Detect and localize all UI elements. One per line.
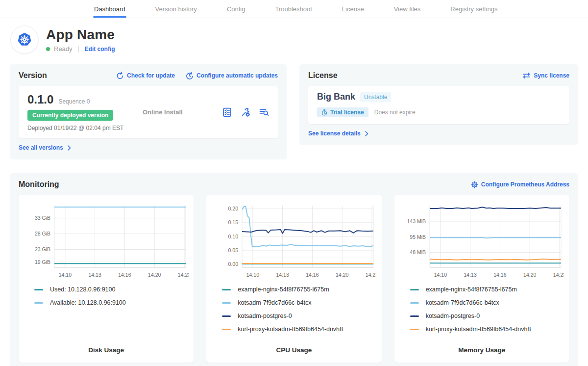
chevron-right-icon bbox=[365, 131, 369, 136]
summary-cards-row: Version Check for update Configure au bbox=[0, 59, 588, 159]
legend-item: Used: 10.128.0.96:9100 bbox=[34, 286, 189, 293]
svg-text:14:16: 14:16 bbox=[306, 272, 318, 278]
edit-config-link[interactable]: Edit config bbox=[85, 46, 115, 52]
configure-prometheus-link[interactable]: Configure Prometheus Address bbox=[471, 181, 569, 188]
memory-usage-title: Memory Usage bbox=[399, 346, 564, 356]
version-card: Version Check for update Configure au bbox=[10, 64, 287, 159]
config-wrench-icon bbox=[241, 107, 250, 117]
legend-dash-icon bbox=[222, 302, 231, 304]
legend-item: example-nginx-54f8f76755-l675m bbox=[410, 286, 564, 293]
check-for-update-link[interactable]: Check for update bbox=[116, 72, 175, 79]
tab-registry-settings[interactable]: Registry settings bbox=[449, 0, 498, 18]
svg-text:95 MiB: 95 MiB bbox=[410, 234, 426, 240]
kubernetes-logo-icon bbox=[14, 29, 35, 51]
app-header: App Name Ready Edit config bbox=[0, 18, 588, 59]
svg-text:14:23: 14:23 bbox=[178, 272, 189, 278]
legend-dash-icon bbox=[222, 329, 231, 330]
page-title: App Name bbox=[46, 27, 115, 43]
svg-text:0.00: 0.00 bbox=[228, 261, 239, 267]
svg-text:28 GiB: 28 GiB bbox=[35, 231, 50, 236]
svg-text:143 MiB: 143 MiB bbox=[407, 218, 426, 224]
see-license-details-link[interactable]: See license details bbox=[308, 130, 369, 137]
clock-refresh-icon bbox=[186, 72, 194, 79]
sync-license-link[interactable]: Sync license bbox=[522, 72, 569, 79]
legend-dash-icon bbox=[410, 289, 419, 290]
tab-license[interactable]: License bbox=[341, 0, 365, 18]
tab-view-files[interactable]: View files bbox=[393, 0, 422, 18]
sync-icon bbox=[522, 72, 531, 79]
legend-item: Available: 10.128.0.96:9100 bbox=[34, 299, 189, 306]
gear-icon bbox=[471, 181, 478, 188]
monitoring-title: Monitoring bbox=[19, 180, 59, 189]
memory-usage-chart: 14:1014:1314:1614:2014:2348 MiB95 MiB143… bbox=[399, 201, 564, 281]
divider bbox=[78, 46, 79, 52]
chart-card-memory-usage: 14:1014:1314:1614:2014:2348 MiB95 MiB143… bbox=[394, 195, 569, 363]
chart-card-disk-usage: 14:1014:1314:1614:2014:2319 GiB23 GiB28 … bbox=[19, 195, 194, 363]
version-sequence: Sequence 0 bbox=[58, 98, 90, 105]
legend-label: kurl-proxy-kotsadm-8569fb6454-dnvh8 bbox=[238, 326, 343, 333]
legend-dash-icon bbox=[222, 315, 231, 317]
trial-license-badge: Trial license bbox=[317, 107, 368, 117]
svg-text:14:10: 14:10 bbox=[58, 272, 71, 278]
legend-label: kotsadm-postgres-0 bbox=[238, 313, 292, 319]
legend-item: kotsadm-postgres-0 bbox=[410, 313, 564, 319]
customer-name: Big Bank bbox=[317, 92, 355, 102]
tab-dashboard[interactable]: Dashboard bbox=[93, 0, 126, 18]
svg-text:0.05: 0.05 bbox=[228, 247, 239, 253]
svg-text:14:13: 14:13 bbox=[276, 272, 289, 278]
license-card: License Sync license Big Bank Unstable bbox=[299, 64, 578, 145]
legend-label: Available: 10.128.0.96:9100 bbox=[50, 299, 126, 306]
legend-label: Used: 10.128.0.96:9100 bbox=[50, 286, 115, 293]
current-version-card: 0.1.0 Sequence 0 Currently deployed vers… bbox=[19, 86, 278, 138]
version-number: 0.1.0 bbox=[27, 93, 53, 106]
deploy-logs-icon bbox=[259, 108, 269, 117]
svg-text:14:23: 14:23 bbox=[366, 272, 376, 278]
channel-badge: Unstable bbox=[360, 92, 391, 102]
legend-dash-icon bbox=[410, 302, 419, 304]
cpu-usage-legend: example-nginx-54f8f76755-l675mkotsadm-7f… bbox=[222, 286, 376, 333]
cpu-usage-chart: 14:1014:1314:1614:2014:230.000.050.100.1… bbox=[211, 201, 376, 281]
svg-text:33 GiB: 33 GiB bbox=[35, 215, 50, 221]
legend-dash-icon bbox=[34, 289, 43, 290]
legend-item: kurl-proxy-kotsadm-8569fb6454-dnvh8 bbox=[410, 326, 564, 333]
tab-version-history[interactable]: Version history bbox=[154, 0, 198, 18]
tab-troubleshoot[interactable]: Troubleshoot bbox=[274, 0, 313, 18]
license-expiry: Does not expire bbox=[374, 109, 416, 116]
svg-text:48 MiB: 48 MiB bbox=[410, 249, 426, 255]
tab-config[interactable]: Config bbox=[226, 0, 246, 18]
legend-label: example-nginx-54f8f76755-l675m bbox=[426, 286, 517, 293]
legend-label: kotsadm-postgres-0 bbox=[426, 313, 480, 319]
legend-dash-icon bbox=[410, 329, 419, 330]
release-notes-icon bbox=[222, 107, 232, 117]
view-deploy-logs-button[interactable] bbox=[259, 108, 269, 117]
legend-item: kotsadm-7f9dc7d66c-b4tcx bbox=[222, 299, 376, 306]
version-info: 0.1.0 Sequence 0 Currently deployed vers… bbox=[27, 93, 143, 131]
stopwatch-icon bbox=[321, 109, 327, 116]
app-avatar bbox=[11, 26, 38, 53]
svg-text:14:13: 14:13 bbox=[464, 272, 477, 278]
legend-item: example-nginx-54f8f76755-l675m bbox=[222, 286, 376, 293]
legend-label: example-nginx-54f8f76755-l675m bbox=[238, 286, 329, 293]
legend-dash-icon bbox=[34, 302, 43, 304]
legend-label: kurl-proxy-kotsadm-8569fb6454-dnvh8 bbox=[426, 326, 531, 333]
version-card-title: Version bbox=[19, 71, 47, 80]
configure-automatic-updates-link[interactable]: Configure automatic updates bbox=[186, 72, 278, 79]
install-type-label: Online Install bbox=[143, 108, 222, 116]
cpu-usage-title: CPU Usage bbox=[211, 346, 376, 356]
legend-item: kotsadm-postgres-0 bbox=[222, 313, 376, 319]
svg-text:0.15: 0.15 bbox=[228, 219, 239, 225]
license-card-title: License bbox=[308, 71, 338, 80]
version-icon-buttons bbox=[222, 107, 269, 117]
svg-text:14:23: 14:23 bbox=[553, 272, 564, 278]
see-all-versions-link[interactable]: See all versions bbox=[19, 144, 72, 151]
disk-usage-title: Disk Usage bbox=[24, 346, 189, 356]
chart-card-cpu-usage: 14:1014:1314:1614:2014:230.000.050.100.1… bbox=[206, 195, 381, 363]
edit-config-values-button[interactable] bbox=[241, 107, 250, 117]
status-dot-icon bbox=[46, 47, 50, 51]
svg-text:0.20: 0.20 bbox=[228, 206, 239, 211]
version-card-actions: Check for update Configure automatic upd… bbox=[116, 72, 278, 79]
svg-text:14:16: 14:16 bbox=[118, 272, 131, 278]
svg-text:14:10: 14:10 bbox=[434, 272, 447, 278]
release-notes-button[interactable] bbox=[222, 107, 232, 117]
svg-text:23 GiB: 23 GiB bbox=[35, 246, 50, 252]
